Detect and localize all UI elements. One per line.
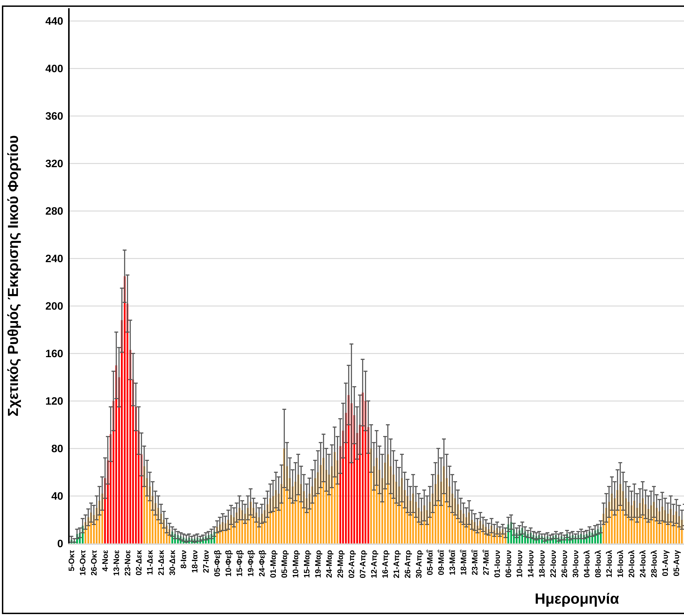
error-bar bbox=[499, 527, 500, 536]
x-tick-label: 22-Ιουν bbox=[549, 550, 557, 608]
error-bar-cap-bottom bbox=[109, 461, 113, 462]
error-bar-cap-top bbox=[658, 499, 661, 500]
error-bar-cap-bottom bbox=[311, 503, 314, 504]
error-bar-cap-top bbox=[327, 454, 331, 455]
error-bar-cap-bottom bbox=[252, 517, 255, 518]
error-bar bbox=[113, 371, 114, 431]
error-bar bbox=[82, 519, 83, 533]
x-tick-label: 29-Μαρ bbox=[336, 550, 345, 608]
error-bar bbox=[354, 387, 355, 444]
error-bar-cap-top bbox=[397, 467, 401, 468]
x-tick-label: 16-Απρ bbox=[381, 550, 389, 608]
x-tick-label: 12-Ιουλ bbox=[605, 550, 613, 608]
error-bar bbox=[440, 458, 441, 505]
x-tick-label: 10-Ιουν bbox=[515, 550, 524, 608]
error-bar-cap-bottom bbox=[165, 532, 168, 533]
error-bar bbox=[91, 503, 92, 522]
error-bar bbox=[317, 451, 318, 493]
error-bar-cap-top bbox=[162, 511, 166, 512]
error-bar-cap-bottom bbox=[445, 501, 449, 502]
error-bar-cap-top bbox=[520, 522, 524, 523]
error-bar-cap-bottom bbox=[182, 541, 185, 542]
error-bar bbox=[561, 533, 562, 540]
error-bar bbox=[298, 454, 299, 495]
error-bar-cap-bottom bbox=[568, 540, 572, 541]
error-bar-cap-bottom bbox=[481, 531, 485, 532]
x-tick-label: 07-Απρ bbox=[358, 550, 367, 608]
error-bar-cap-bottom bbox=[529, 537, 532, 538]
error-bar-cap-top bbox=[187, 533, 191, 534]
error-bar bbox=[460, 498, 461, 522]
error-bar-cap-bottom bbox=[501, 533, 505, 534]
error-bar-cap-top bbox=[378, 445, 381, 447]
error-bar bbox=[105, 458, 106, 498]
error-bar-cap-top bbox=[445, 454, 449, 455]
error-bar bbox=[188, 534, 189, 541]
error-bar-cap-top bbox=[582, 531, 586, 532]
x-tick-label: 01-Ιουν bbox=[493, 550, 502, 608]
error-bar-cap-bottom bbox=[585, 537, 589, 538]
error-bar-cap-bottom bbox=[504, 537, 507, 538]
error-bar-cap-bottom bbox=[154, 514, 157, 515]
error-bar bbox=[275, 472, 276, 508]
error-bar-cap-top bbox=[406, 479, 409, 480]
error-bar bbox=[679, 505, 680, 527]
error-bar-cap-top bbox=[86, 508, 90, 509]
error-bar bbox=[93, 505, 94, 524]
error-bar bbox=[323, 434, 324, 482]
error-bar bbox=[555, 531, 556, 538]
error-bar-cap-bottom bbox=[638, 517, 642, 518]
error-bar-cap-top bbox=[369, 424, 373, 425]
error-bar-cap-bottom bbox=[347, 424, 350, 425]
x-tick-label: 10-Φεβ bbox=[224, 550, 233, 608]
error-bar-cap-top bbox=[546, 532, 549, 533]
error-bar-cap-top bbox=[84, 514, 87, 515]
error-bar-cap-bottom bbox=[313, 496, 317, 497]
error-bar bbox=[449, 466, 450, 507]
error-bar bbox=[390, 439, 391, 493]
error-bar bbox=[410, 486, 411, 515]
error-bar-cap-bottom bbox=[436, 500, 440, 501]
error-bar-cap-top bbox=[330, 444, 334, 445]
error-bar-cap-top bbox=[635, 493, 639, 494]
x-tick-label: 01-Αυγ bbox=[661, 550, 669, 608]
y-tick-label: 280 bbox=[19, 205, 63, 217]
error-bar bbox=[239, 496, 240, 520]
error-bar-cap-top bbox=[492, 524, 496, 525]
error-bar-cap-bottom bbox=[243, 523, 247, 524]
error-bar bbox=[471, 510, 472, 529]
error-bar bbox=[258, 508, 260, 527]
error-bar bbox=[670, 496, 671, 522]
error-bar bbox=[572, 531, 573, 538]
error-bar-cap-top bbox=[207, 531, 210, 532]
x-tick-label: 4-Νοε bbox=[101, 550, 110, 608]
error-bar-cap-bottom bbox=[380, 501, 384, 502]
error-bar bbox=[387, 425, 388, 484]
error-bar-cap-top bbox=[652, 486, 656, 487]
x-tick-label: 02-Απρ bbox=[347, 550, 356, 608]
error-bar-cap-top bbox=[638, 488, 642, 489]
error-bar-cap-top bbox=[241, 500, 244, 501]
error-bar bbox=[398, 467, 400, 506]
error-bar-cap-bottom bbox=[646, 522, 650, 523]
x-tick-label: 24-Ιουλ bbox=[638, 550, 647, 608]
error-bar-cap-top bbox=[627, 486, 631, 487]
error-bar-cap-bottom bbox=[582, 538, 586, 539]
error-bar bbox=[216, 521, 218, 533]
error-bar-cap-top bbox=[391, 450, 395, 451]
error-bar bbox=[415, 486, 416, 518]
error-bar-cap-bottom bbox=[495, 533, 499, 534]
error-bar bbox=[273, 481, 274, 511]
error-bar bbox=[600, 521, 601, 533]
error-bar bbox=[463, 503, 464, 524]
error-bar-cap-bottom bbox=[333, 476, 337, 478]
error-bar-cap-top bbox=[655, 494, 659, 495]
error-bar-cap-bottom bbox=[302, 507, 306, 508]
error-bar-cap-bottom bbox=[652, 517, 656, 518]
error-bar bbox=[452, 475, 453, 513]
x-tick-label: 13-Νοε bbox=[112, 550, 121, 608]
error-bar-cap-top bbox=[442, 438, 446, 440]
error-bar-cap-top bbox=[523, 526, 527, 527]
error-bar-cap-bottom bbox=[369, 472, 373, 473]
error-bar bbox=[552, 534, 554, 539]
